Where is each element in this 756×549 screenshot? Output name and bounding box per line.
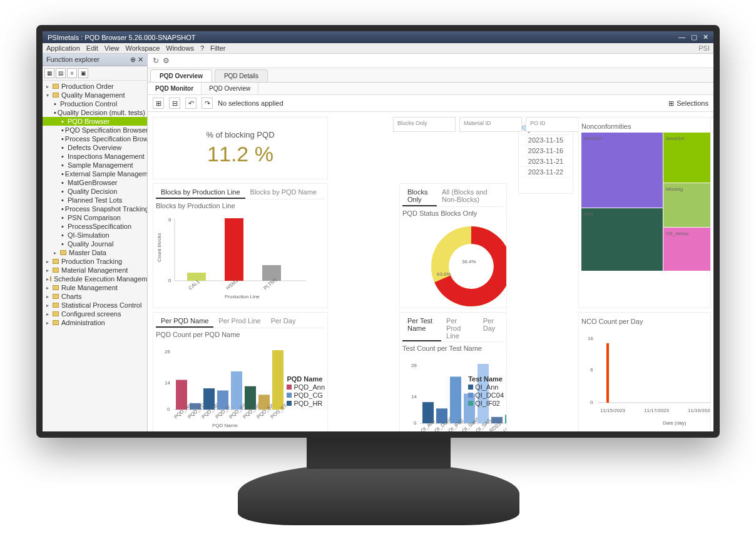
tree-item[interactable]: ▾Quality Management: [43, 91, 147, 99]
donut-title: PQD Status Blocks Only: [402, 207, 504, 219]
collapse-all-icon[interactable]: ▤: [56, 68, 66, 78]
filter-blocks-only[interactable]: Blocks Only: [393, 117, 456, 132]
subtab-pqd-overview[interactable]: PQD Overview: [202, 83, 258, 94]
menu-filter[interactable]: Filter: [210, 44, 225, 52]
tree-item[interactable]: •Quality Decision (mult. tests): [43, 108, 147, 117]
testtab-day[interactable]: Per Day: [478, 315, 504, 341]
donuttab-all[interactable]: All (Blocks and Non-Blocks): [437, 186, 504, 206]
tree-item[interactable]: •Process Specification Browser: [43, 134, 147, 143]
tree-item[interactable]: •PQD Specification Browser: [43, 126, 147, 134]
tree-item[interactable]: ▸Schedule Execution Management: [43, 274, 147, 283]
selection-bar: ⊞ ⊟ ↶ ↷ No selections applied ⊞ Selectio…: [148, 95, 713, 112]
tree-item[interactable]: •Process Snapshot Tracking and: [43, 204, 147, 213]
main-toolbar: ↻ ⚙: [148, 54, 713, 68]
minimize-icon[interactable]: —: [678, 33, 685, 41]
tab-pqd-details[interactable]: PQD Details: [215, 69, 268, 82]
pqd-count-card: Per PQD Name Per Prod Line Per Day PQD C…: [153, 312, 328, 431]
list-icon[interactable]: ≡: [67, 68, 77, 78]
svg-text:0: 0: [167, 406, 170, 412]
blocktab-name[interactable]: Blocks by PQD Name: [245, 186, 322, 199]
grid-icon[interactable]: ▣: [78, 68, 88, 78]
tree-item[interactable]: •Inspections Management: [43, 152, 147, 161]
tree-item[interactable]: •Quality Journal: [43, 239, 147, 248]
pqdtab-line[interactable]: Per Prod Line: [213, 315, 265, 328]
tree-item[interactable]: •Planned Test Lots: [43, 196, 147, 204]
tree-item[interactable]: •External Sample Management: [43, 169, 147, 178]
donuttab-blocks[interactable]: Blocks Only: [402, 186, 437, 206]
tree-item[interactable]: •PQD Browser: [43, 117, 147, 126]
filter-material-id[interactable]: Material ID: [459, 117, 522, 132]
svg-text:Ann02H: Ann02H: [584, 136, 602, 141]
explorer-toolbar: ▦ ▤ ≡ ▣: [43, 66, 147, 81]
tree-item[interactable]: ▸Charts: [43, 292, 147, 301]
maximize-icon[interactable]: ▢: [691, 33, 697, 41]
svg-text:0: 0: [590, 400, 593, 405]
menu-edit[interactable]: Edit: [86, 44, 98, 52]
kpi-label: % of blocking PQD: [206, 130, 274, 139]
window-buttons: — ▢ ✕: [675, 33, 708, 41]
nonconformities-card: Nonconformities Ann02H Ann01H IF02 IF01 …: [578, 117, 711, 308]
pqdcount-title: PQD Count per PQD Name: [156, 328, 325, 341]
testtab-line[interactable]: Per Prod Line: [441, 315, 478, 341]
lasso-icon[interactable]: ⊟: [169, 98, 180, 109]
expand-all-icon[interactable]: ▦: [44, 68, 54, 78]
pqd-legend: PQD Name PQD_Ann PQD_CG PQD_HR: [287, 375, 325, 408]
tab-pqd-overview[interactable]: PQD Overview: [150, 69, 212, 82]
tree-item[interactable]: ▸Production Order: [43, 82, 147, 91]
pin-icon[interactable]: ⊕ ✕: [130, 56, 143, 64]
menu-windows[interactable]: Windows: [166, 44, 194, 52]
date-item[interactable]: 2023-11-21: [521, 156, 570, 167]
svg-text:11/15/2023: 11/15/2023: [600, 408, 626, 413]
svg-rect-74: [505, 415, 507, 423]
kpi-value: 11.2 %: [207, 142, 273, 166]
testcount-title: Test Count per Test Name: [402, 342, 504, 355]
tree-item[interactable]: ▸Master Data: [43, 248, 147, 257]
tree-item[interactable]: •QI-Simulation: [43, 231, 147, 239]
selections-label[interactable]: Selections: [677, 99, 708, 107]
tree-item[interactable]: ▸Configured screens: [43, 310, 147, 318]
svg-text:Missing: Missing: [666, 186, 683, 192]
forward-icon[interactable]: ↷: [202, 98, 213, 109]
tree-item[interactable]: ▸Statistical Process Control: [43, 301, 147, 310]
svg-rect-66: [450, 376, 461, 423]
testtab-name[interactable]: Per Test Name: [402, 315, 441, 341]
tree-item[interactable]: •Defects Overview: [43, 143, 147, 152]
back-icon[interactable]: ↶: [185, 98, 197, 109]
settings-icon[interactable]: ⚙: [163, 56, 170, 65]
tree-item[interactable]: •PSN Comparison: [43, 213, 147, 222]
date-item[interactable]: 2023-11-15: [521, 135, 570, 146]
blocktab-line[interactable]: Blocks by Production Line: [156, 186, 245, 199]
svg-text:0: 0: [414, 420, 417, 426]
menu-help[interactable]: ?: [200, 44, 204, 52]
date-item[interactable]: 2023-11-16: [521, 146, 570, 156]
tree-item[interactable]: •Production Control: [43, 99, 147, 108]
kpi-card: % of blocking PQD 11.2 %: [153, 117, 328, 179]
pqdtab-day[interactable]: Per Day: [266, 315, 301, 328]
test-count-card: Per Test Name Per Prod Line Per Day Test…: [399, 312, 507, 431]
close-icon[interactable]: ✕: [703, 33, 708, 41]
menu-view[interactable]: View: [105, 44, 120, 52]
svg-text:PQD Name: PQD Name: [212, 423, 238, 428]
svg-text:Date (day): Date (day): [663, 420, 687, 426]
svg-rect-6: [225, 218, 243, 281]
tree-item[interactable]: ▸Production Tracking: [43, 257, 147, 266]
selections-icon[interactable]: ⊞: [668, 99, 674, 108]
tree-item[interactable]: •MatGenBrowser: [43, 178, 147, 187]
menu-application[interactable]: Application: [46, 44, 80, 52]
svg-text:11/17/2023: 11/17/2023: [644, 408, 670, 413]
select-icon[interactable]: ⊞: [153, 98, 164, 109]
menubar: Application Edit View Workspace Windows …: [43, 43, 713, 54]
svg-text:14: 14: [411, 394, 417, 400]
date-item[interactable]: 2023-11-22: [521, 167, 570, 178]
tree-item[interactable]: •Sample Management: [43, 161, 147, 169]
tree-item[interactable]: •Quality Decision: [43, 187, 147, 196]
brand-label: PSI: [698, 44, 710, 52]
tree-item[interactable]: ▸Administration: [43, 318, 147, 327]
pqdtab-name[interactable]: Per PQD Name: [156, 315, 213, 328]
tree-item[interactable]: •ProcessSpecification: [43, 222, 147, 231]
tree-item[interactable]: ▸Rule Management: [43, 283, 147, 292]
refresh-icon[interactable]: ↻: [153, 56, 159, 65]
subtab-pqd-monitor[interactable]: PQD Monitor: [148, 83, 202, 94]
menu-workspace[interactable]: Workspace: [125, 44, 160, 52]
tree-item[interactable]: ▸Material Management: [43, 266, 147, 274]
